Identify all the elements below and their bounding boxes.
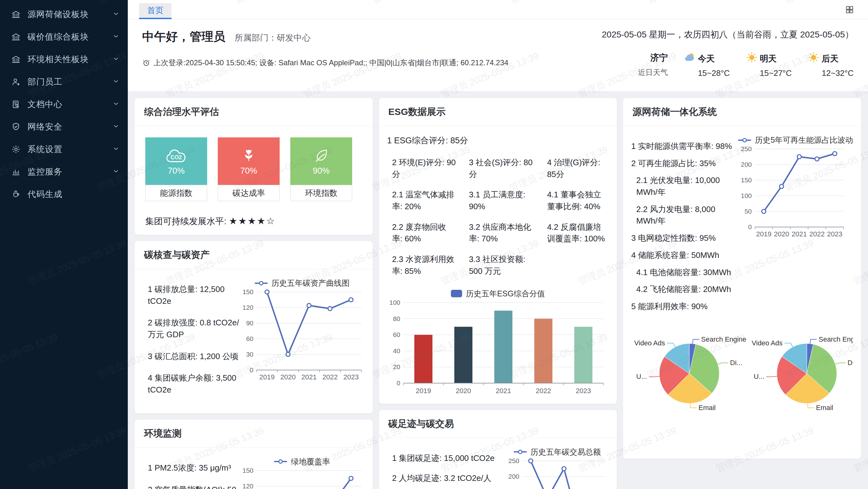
user-icon — [11, 77, 21, 87]
svg-text:CO2: CO2 — [170, 154, 182, 161]
svg-text:200: 200 — [741, 161, 752, 168]
weather-city: 济宁 — [638, 52, 668, 64]
svg-text:Di...: Di... — [730, 359, 742, 367]
sidebar-item[interactable]: 文档中心 — [0, 93, 128, 116]
governance-tile: CO270%能源指数 — [145, 137, 207, 201]
list-item: 2 碳排放强度: 0.8 tCO2e/万元 GDP — [143, 317, 240, 340]
svg-text:Search Engine: Search Engine — [701, 335, 746, 343]
weather-day-name: 后天 — [822, 53, 839, 64]
svg-text:90: 90 — [246, 320, 253, 327]
chevron-down-icon — [112, 100, 120, 109]
svg-text:Email: Email — [699, 403, 716, 411]
list-item: 4 集团碳账户余额: 3,500 tCO2e — [143, 372, 240, 396]
sidebar-item[interactable]: 网络安全 — [0, 116, 128, 138]
chevron-down-icon — [112, 145, 120, 154]
department-text: 所属部门：研发中心 — [235, 32, 311, 43]
sidebar-item[interactable]: 代码生成 — [0, 183, 128, 205]
sidebar: 源网荷储设板块碳价值综合板块环境相关性板块部门员工文档中心网络安全系统设置监控服… — [0, 0, 128, 489]
svg-text:Search Engine: Search Engine — [818, 335, 853, 343]
welcome-panel: 中午好，管理员 所属部门：研发中心 上次登录:2025-04-30 15:50:… — [128, 19, 868, 91]
gear-icon — [11, 144, 21, 154]
chevron-down-icon — [112, 10, 120, 19]
sidebar-item[interactable]: 部门员工 — [0, 71, 128, 93]
svg-text:2020: 2020 — [456, 387, 471, 395]
list-item: 2 人均碳足迹: 3.2 tCO2e/人 — [387, 472, 506, 484]
svg-text:20: 20 — [393, 363, 400, 370]
chart-legend[interactable]: 历史5年可再生能源占比波动 — [738, 135, 853, 145]
list-item: 3.2 供应商本地化率: 70% — [464, 221, 535, 245]
svg-text:40: 40 — [393, 347, 400, 354]
chevron-down-icon — [112, 122, 120, 131]
chevron-down-icon — [112, 167, 120, 176]
sidebar-item-label: 代码生成 — [28, 189, 120, 200]
column-middle: ESG数据展示 1 ESG综合评分: 85分 2 环境(E)评分: 90分2.1… — [379, 98, 617, 482]
weather-day-temp: 15~27°C — [746, 68, 792, 78]
cloud-sun-icon — [684, 52, 695, 65]
svg-text:250: 250 — [741, 146, 752, 152]
list-item: 4 储能系统容量: 50MWh — [631, 250, 738, 261]
svg-text:0: 0 — [250, 366, 253, 373]
green-coverage-line-chart: 绿地覆盖率030609012015020192020202120222023 — [240, 455, 365, 489]
tile-label: 环境指数 — [290, 185, 352, 201]
tab-home[interactable]: 首页 — [139, 3, 172, 19]
bank-icon — [11, 10, 21, 19]
layout-grid-icon[interactable] — [845, 5, 854, 14]
pie-chart-right: Search EngineDi...EmailU...Video Ads — [749, 324, 853, 422]
svg-text:2019: 2019 — [415, 387, 431, 395]
svg-text:60: 60 — [246, 335, 253, 342]
carbon-audit-list: 1 碳排放总量: 12,500 tCO2e2 碳排放强度: 0.8 tCO2e/… — [143, 277, 240, 406]
weather-subtitle: 近日天气 — [638, 67, 668, 77]
leaf-icon — [310, 147, 332, 165]
governance-tile: 70%碳达成率 — [218, 137, 280, 201]
chart-legend[interactable]: 绿地覆盖率 — [240, 457, 365, 467]
sidebar-item[interactable]: 监控服务 — [0, 161, 128, 183]
sidebar-item-label: 部门员工 — [28, 76, 112, 88]
co2-cloud-icon: CO2 — [165, 147, 187, 165]
card-title: 环境监测 — [135, 420, 373, 448]
card-energy-system: 源网荷储一体化系统 1 实时能源供需平衡率: 98%2 可再生能源占比: 35%… — [623, 98, 861, 459]
column-left: 综合治理水平评估 CO270%能源指数70%碳达成率90%环境指数 集团可持续发… — [135, 98, 373, 482]
card-title: 综合治理水平评估 — [135, 98, 373, 126]
date-text: 2025-05-05 星期一，农历四初八（当前谷雨，立夏 2025-05-05） — [602, 29, 854, 41]
card-carbon-audit: 碳核查与碳资产 1 碳排放总量: 12,500 tCO2e2 碳排放强度: 0.… — [135, 241, 373, 414]
card-governance: 综合治理水平评估 CO270%能源指数70%碳达成率90%环境指数 集团可持续发… — [135, 98, 373, 235]
sidebar-item[interactable]: 碳价值综合板块 — [0, 26, 128, 48]
coffee-icon — [11, 190, 21, 199]
list-item: 5 能源利用效率: 90% — [631, 301, 738, 313]
weather-day: 后天12~32°C — [808, 52, 854, 78]
sidebar-item[interactable]: 源网荷储设板块 — [0, 3, 128, 26]
chart-legend[interactable]: 历史五年碳交易总额 — [505, 447, 609, 457]
legend-rect-marker-icon — [451, 290, 462, 297]
svg-text:30: 30 — [246, 351, 253, 358]
card-title: ESG数据展示 — [379, 98, 617, 126]
svg-text:Email: Email — [816, 403, 833, 411]
last-login-text: 上次登录:2025-04-30 15:50:45; 设备: Safari Mac… — [153, 58, 508, 68]
renewable-line-chart: 历史5年可再生能源占比波动050100150200250201920202021… — [738, 134, 853, 318]
chart-legend[interactable]: 历史五年碳资产曲线图 — [240, 278, 365, 288]
tile-label: 能源指数 — [145, 185, 207, 201]
list-item: 2.1 温室气体减排率: 20% — [387, 189, 457, 212]
svg-text:2021: 2021 — [301, 373, 316, 381]
sidebar-item[interactable]: 系统设置 — [0, 138, 128, 161]
environment-list: 1 PM2.5浓度: 35 μg/m³2 空气质量指数(AQI): 503 水质… — [143, 455, 240, 489]
sustainability-rating: 集团可持续发展水平: ★★★★☆ — [143, 216, 365, 227]
weather-day-name: 今天 — [698, 53, 715, 64]
svg-text:150: 150 — [243, 467, 253, 474]
svg-text:Di...: Di... — [848, 359, 853, 367]
list-item: 2 空气质量指数(AQI): 50 — [143, 484, 240, 489]
sidebar-item-label: 环境相关性板块 — [28, 54, 112, 65]
weather-day: 明天15~27°C — [746, 52, 792, 78]
card-esg: ESG数据展示 1 ESG综合评分: 85分 2 环境(E)评分: 90分2.1… — [379, 98, 617, 404]
chart-icon — [11, 167, 21, 176]
list-item: 2 环境(E)评分: 90分 — [387, 157, 457, 180]
legend-line-marker-icon — [255, 283, 268, 284]
list-item: 3.3 社区投资额: 500 万元 — [464, 254, 535, 277]
tile-percentage: 90% — [313, 166, 330, 176]
svg-text:150: 150 — [243, 289, 253, 295]
list-item: 4.2 飞轮储能容量: 20MWh — [631, 284, 738, 295]
legend-line-marker-icon — [738, 139, 751, 141]
svg-text:2019: 2019 — [259, 373, 275, 381]
chart-legend[interactable]: 历史五年ESG综合分值 — [387, 289, 609, 299]
sidebar-item[interactable]: 环境相关性板块 — [0, 48, 128, 71]
list-item: 1 碳排放总量: 12,500 tCO2e — [143, 284, 240, 307]
